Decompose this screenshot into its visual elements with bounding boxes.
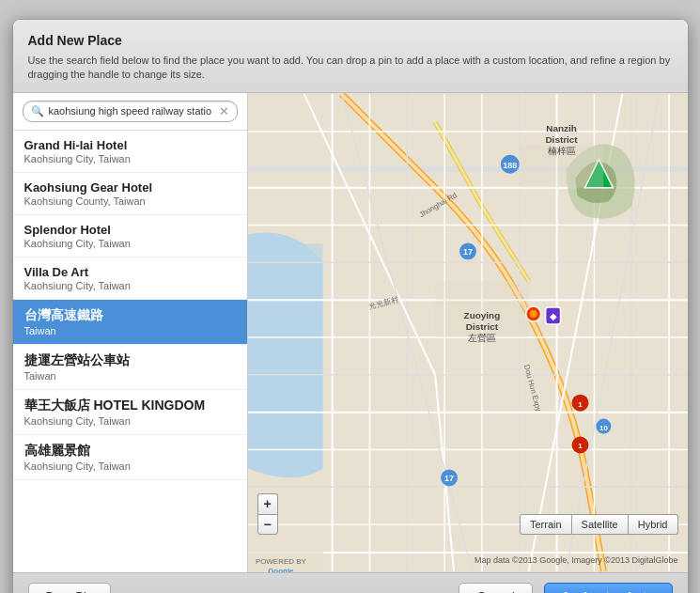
svg-text:Google: Google	[268, 567, 294, 572]
assign-to-photo-button[interactable]: Assign to photo	[544, 583, 673, 593]
place-location: Kaohsiung City, Taiwan	[24, 280, 236, 291]
place-location: Kaohsiung County, Taiwan	[24, 195, 236, 207]
svg-text:楠梓區: 楠梓區	[547, 146, 575, 156]
svg-point-42	[529, 310, 537, 318]
place-location: Kaohsiung City, Taiwan	[24, 238, 236, 249]
dialog-description: Use the search field below to find the p…	[28, 54, 673, 83]
map-attribution: Map data ©2013 Google, Imagery ©2013 Dig…	[474, 555, 677, 565]
place-name: 台灣高速鐵路	[24, 307, 236, 324]
result-item[interactable]: 捷運左營站公車站Taiwan	[13, 345, 247, 390]
result-item[interactable]: 台灣高速鐵路Taiwan	[13, 300, 247, 345]
svg-text:17: 17	[463, 247, 473, 257]
search-input-wrapper[interactable]: 🔍 ✕	[23, 101, 238, 122]
search-bar: 🔍 ✕	[13, 93, 247, 131]
svg-text:1: 1	[578, 399, 583, 408]
map-svg: 188 17 17 1 1 10	[248, 93, 688, 572]
svg-text:Zuoying: Zuoying	[463, 310, 500, 320]
svg-text:POWERED BY: POWERED BY	[255, 557, 306, 566]
result-item[interactable]: Villa De ArtKaohsiung City, Taiwan	[13, 257, 247, 300]
result-item[interactable]: Kaohsiung Gear HotelKaohsiung County, Ta…	[13, 173, 247, 215]
dialog-body: 🔍 ✕ Grand Hi-lai HotelKaohsiung City, Ta…	[13, 93, 688, 572]
zoom-out-button[interactable]: −	[257, 514, 278, 535]
add-place-dialog: Add New Place Use the search field below…	[12, 19, 689, 593]
place-name: 高雄麗景館	[24, 443, 236, 460]
place-name: Grand Hi-lai Hotel	[24, 138, 236, 152]
svg-text:17: 17	[444, 474, 454, 483]
results-list: Grand Hi-lai HotelKaohsiung City, Taiwan…	[13, 131, 247, 572]
place-location: Taiwan	[24, 370, 236, 382]
svg-text:1: 1	[578, 442, 583, 450]
drop-pin-button[interactable]: Drop Pin	[28, 583, 112, 593]
footer-right-buttons: Cancel Assign to photo	[459, 583, 672, 593]
dialog-title: Add New Place	[28, 33, 673, 48]
result-item[interactable]: 華王大飯店 HOTEL KINGDOMKaohsiung City, Taiwa…	[13, 390, 247, 435]
svg-text:Nanzih: Nanzih	[546, 123, 577, 133]
svg-text:◆: ◆	[549, 311, 556, 321]
svg-text:左營區: 左營區	[467, 333, 495, 343]
svg-text:188: 188	[503, 161, 517, 170]
map-type-controls: Terrain Satellite Hybrid	[520, 514, 678, 535]
map-zoom-controls: + −	[257, 493, 278, 535]
place-name: 華王大飯店 HOTEL KINGDOM	[24, 398, 236, 414]
satellite-button[interactable]: Satellite	[572, 514, 629, 535]
result-item[interactable]: 高雄麗景館Kaohsiung City, Taiwan	[13, 435, 247, 480]
svg-text:District: District	[545, 134, 578, 145]
search-icon: 🔍	[31, 105, 44, 117]
cancel-button[interactable]: Cancel	[459, 583, 532, 593]
place-name: 捷運左營站公車站	[24, 352, 236, 369]
place-location: Kaohsiung City, Taiwan	[24, 460, 236, 472]
dialog-header: Add New Place Use the search field below…	[13, 20, 688, 93]
search-clear-icon[interactable]: ✕	[219, 104, 229, 118]
place-location: Kaohsiung City, Taiwan	[24, 415, 236, 427]
place-name: Villa De Art	[24, 265, 236, 279]
search-input[interactable]	[49, 105, 215, 117]
place-name: Splendor Hotel	[24, 223, 236, 237]
dialog-footer: Drop Pin Cancel Assign to photo	[13, 572, 688, 593]
hybrid-button[interactable]: Hybrid	[629, 514, 678, 535]
place-location: Kaohsiung City, Taiwan	[24, 153, 236, 164]
place-location: Taiwan	[24, 325, 236, 336]
result-item[interactable]: Splendor HotelKaohsiung City, Taiwan	[13, 215, 247, 257]
zoom-in-button[interactable]: +	[257, 493, 278, 514]
terrain-button[interactable]: Terrain	[520, 514, 572, 535]
map-container[interactable]: 188 17 17 1 1 10	[248, 93, 688, 572]
svg-text:District: District	[465, 321, 498, 332]
sidebar: 🔍 ✕ Grand Hi-lai HotelKaohsiung City, Ta…	[13, 93, 248, 572]
place-name: Kaohsiung Gear Hotel	[24, 180, 236, 195]
result-item[interactable]: Grand Hi-lai HotelKaohsiung City, Taiwan	[13, 131, 247, 173]
svg-text:10: 10	[599, 423, 607, 431]
